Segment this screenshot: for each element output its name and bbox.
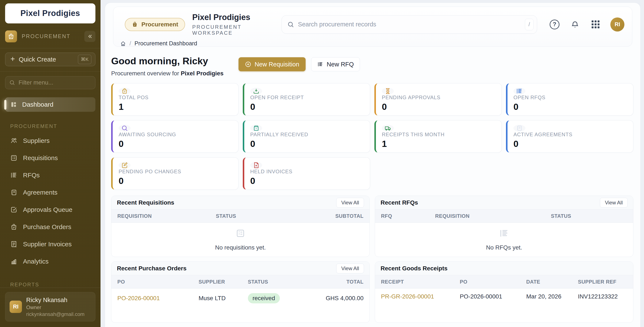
receipt-number-link[interactable]: PR-GR-2026-00001 (381, 293, 460, 300)
quick-create-shortcut: ⌘K (78, 55, 91, 64)
panel-recent-requisitions: Recent Requisitions View All REQUISITION… (111, 196, 370, 257)
user-email: rickynkansah@gmail.com (26, 311, 84, 318)
stat-label: OPEN RFQS (514, 94, 627, 100)
table-row[interactable]: PO-2026-00001 Muse LTD received GHS 4,00… (112, 288, 370, 308)
help-button[interactable]: ? (549, 19, 560, 30)
sidebar-item-label: Suppliers (23, 137, 50, 144)
global-search-input[interactable] (298, 21, 525, 28)
empty-message: No requisitions yet. (215, 244, 266, 251)
page-subtitle-prefix: Procurement overview for (111, 70, 181, 77)
file-x-icon (250, 162, 262, 168)
sidebar-item-label: Analytics (23, 258, 48, 265)
status-badge: received (248, 293, 280, 303)
column-header: RFQ (381, 213, 435, 219)
stat-card-total-pos: TOTAL POS 1 (111, 83, 238, 116)
shopping-bag-icon (10, 223, 18, 230)
sidebar-item-requisitions[interactable]: Requisitions (0, 150, 100, 167)
sidebar-item-label: Requisitions (23, 154, 58, 162)
rfq-lines-icon (317, 61, 323, 67)
table-row[interactable]: PR-GR-2026-00001 PO-2026-00001 Mar 20, 2… (375, 288, 633, 305)
apps-grid-button[interactable] (590, 19, 601, 30)
stat-card-receipts-this-month: RECEIPTS THIS MONTH 1 (374, 120, 502, 153)
quick-create-button[interactable]: + Quick Create ⌘K (5, 52, 96, 66)
panel-title: Recent Goods Receipts (380, 265, 628, 272)
supplier-cell: Muse LTD (198, 295, 248, 302)
edit-pencil-icon (118, 162, 130, 168)
user-avatar: RI (10, 300, 22, 313)
sidebar-item-agreements[interactable]: Agreements (0, 184, 100, 201)
panel-title: Recent Purchase Orders (117, 265, 336, 272)
supplier-ref-cell: INV122123322 (578, 293, 627, 300)
search-shortcut-kbd: / (525, 19, 534, 30)
users-icon (10, 137, 18, 144)
sidebar-item-label: RFQs (23, 172, 40, 179)
stat-label: AWAITING SOURCING (118, 132, 232, 138)
column-header: SUPPLIER (198, 279, 248, 285)
sidebar-item-analytics[interactable]: Analytics (0, 253, 100, 270)
stat-label: PENDING PO CHANGES (118, 168, 232, 174)
stat-card-active-agreements: ACTIVE AGREEMENTS 0 (506, 120, 633, 153)
divider (0, 48, 100, 48)
user-profile-card[interactable]: RI Ricky Nkansah Owner rickynkansah@gmai… (5, 292, 96, 322)
view-all-requisitions-button[interactable]: View All (336, 198, 364, 208)
list-check-icon (10, 154, 18, 162)
stat-label: HELD INVOICES (250, 168, 364, 174)
workspace-subtitle: PROCUREMENT WORKSPACE (192, 24, 282, 36)
search-icon (287, 21, 294, 28)
receipt-icon (10, 240, 18, 248)
badge-label: Procurement (142, 21, 178, 28)
stat-card-open-for-receipt: OPEN FOR RECEIPT 0 (243, 83, 370, 116)
column-header: REQUISITION (435, 213, 551, 219)
sidebar-item-dashboard[interactable]: Dashboard (5, 97, 96, 112)
sidebar-item-suppliers[interactable]: Suppliers (0, 132, 100, 150)
po-number-link[interactable]: PO-2026-00001 (117, 295, 198, 302)
rfq-lines-icon (10, 172, 18, 179)
truck-icon (382, 125, 394, 132)
stat-label: OPEN FOR RECEIPT (250, 94, 364, 100)
sidebar-item-approvals-queue[interactable]: Approvals Queue (0, 201, 100, 218)
workspace-row: PROCUREMENT (5, 30, 96, 43)
bar-chart-icon (10, 258, 18, 265)
quick-create-label: Quick Create (19, 56, 78, 63)
sidebar-section-procurement: PROCUREMENT (10, 123, 100, 129)
bag-icon (132, 21, 138, 28)
sidebar-item-purchase-orders[interactable]: Purchase Orders (0, 218, 100, 236)
stat-label: ACTIVE AGREEMENTS (514, 132, 627, 138)
column-header: PO (460, 279, 526, 285)
stat-card-open-rfqs: OPEN RFQS 0 (506, 83, 633, 116)
stat-value: 1 (382, 139, 496, 149)
new-requisition-button[interactable]: New Requisition (238, 57, 306, 71)
breadcrumb-separator: / (130, 40, 131, 47)
column-header: SUBTOTAL (302, 213, 364, 219)
user-role: Owner (26, 304, 84, 310)
procurement-badge: Procurement (125, 18, 185, 31)
home-icon[interactable] (120, 41, 126, 46)
column-header: STATUS (551, 213, 627, 219)
view-all-rfqs-button[interactable]: View All (600, 198, 628, 208)
total-cell: GHS 4,000.00 (314, 295, 364, 302)
search-icon (9, 80, 15, 86)
column-header: SUPPLIER REF (578, 279, 627, 285)
sidebar-item-rfqs[interactable]: RFQs (0, 167, 100, 184)
new-rfq-button[interactable]: New RFQ (311, 57, 360, 71)
avatar[interactable]: RI (610, 18, 624, 32)
filter-menu-input[interactable] (18, 79, 82, 86)
sidebar-item-supplier-invoices[interactable]: Supplier Invoices (0, 236, 100, 253)
breadcrumb: / Procurement Dashboard (120, 40, 624, 47)
view-all-purchase-orders-button[interactable]: View All (336, 264, 364, 273)
stat-card-awaiting-sourcing: AWAITING SOURCING 0 (111, 120, 238, 153)
stat-value: 0 (250, 102, 364, 112)
brand-name: Pixel Prodigies (20, 9, 80, 18)
sidebar-item-label: Dashboard (22, 101, 54, 108)
rfq-lines-icon (499, 228, 509, 238)
stat-value: 0 (250, 139, 364, 149)
notifications-button[interactable] (570, 19, 580, 30)
brand-logo: Pixel Prodigies (5, 4, 96, 24)
procurement-bag-icon (5, 30, 17, 42)
workspace-header: Procurement Pixel Prodigies PROCUREMENT … (113, 6, 632, 46)
sidebar: Pixel Prodigies PROCUREMENT + Quick Crea… (0, 0, 100, 327)
divider (0, 71, 100, 72)
sidebar-collapse-button[interactable] (84, 31, 96, 42)
divider (0, 288, 100, 288)
stat-card-partially-received: PARTIALLY RECEIVED 0 (243, 120, 370, 153)
